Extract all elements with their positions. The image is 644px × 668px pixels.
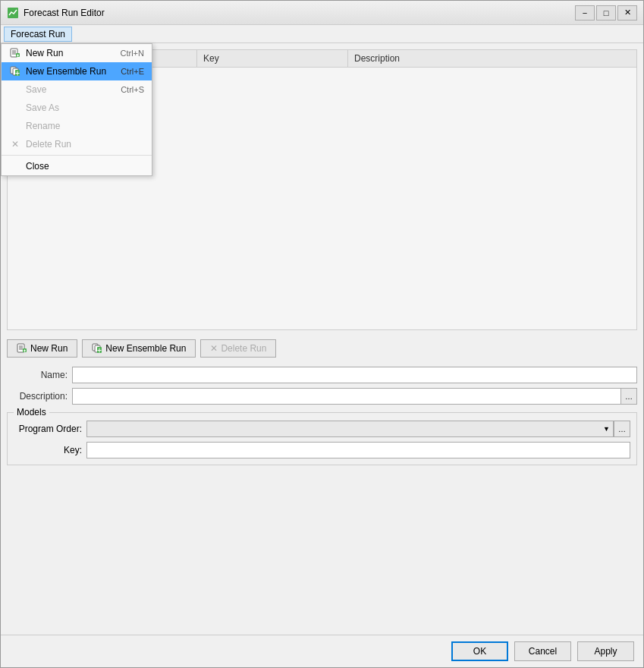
description-label: Description: (7, 391, 68, 402)
table-col-description: Description (348, 50, 636, 67)
key-row: Key: (14, 442, 630, 458)
maximize-button[interactable]: □ (596, 5, 616, 20)
title-bar-buttons: − □ ✕ (575, 5, 637, 20)
apply-button[interactable]: Apply (577, 641, 634, 661)
window-title: Forecast Run Editor (24, 8, 105, 18)
delete-run-button[interactable]: ✕ Delete Run (200, 339, 276, 358)
menu-delete-run: ✕ Delete Run (2, 135, 152, 153)
title-bar: Forecast Run Editor − □ ✕ (1, 1, 643, 25)
key-input[interactable] (86, 442, 630, 458)
dropdown-menu: New Run Ctrl+N New (1, 43, 152, 176)
new-run-button[interactable]: New Run (7, 339, 77, 358)
program-order-dropdown-icon: ▼ (603, 425, 610, 433)
delete-run-btn-icon: ✕ (210, 343, 218, 354)
new-run-icon (9, 47, 21, 59)
name-label: Name: (7, 370, 68, 380)
ok-button[interactable]: OK (451, 641, 508, 661)
new-ensemble-run-button[interactable]: New Ensemble Run (82, 339, 196, 358)
new-run-btn-icon (17, 343, 27, 354)
main-window: Forecast Run Editor − □ ✕ Forecast Run (0, 0, 644, 668)
forecast-run-menu[interactable]: Forecast Run (4, 27, 72, 42)
menu-rename: Rename (2, 117, 152, 135)
menu-new-run[interactable]: New Run Ctrl+N (2, 44, 152, 62)
key-label: Key: (14, 445, 82, 455)
models-group: Models Program Order: ▼ … Key: (7, 412, 637, 465)
bottom-bar: OK Cancel Apply (1, 635, 643, 667)
program-order-select[interactable]: ▼ (86, 421, 614, 437)
menu-new-ensemble-run[interactable]: New Ensemble Run Ctrl+E (2, 62, 152, 80)
program-order-label: Program Order: (14, 424, 82, 434)
description-input[interactable] (72, 388, 620, 405)
description-browse-button[interactable]: … (620, 388, 637, 405)
delete-run-icon: ✕ (9, 138, 21, 150)
name-input[interactable] (72, 367, 637, 383)
program-order-btn[interactable]: … (614, 421, 630, 437)
title-bar-left: Forecast Run Editor (7, 7, 105, 19)
description-field-container: … (72, 388, 637, 405)
menu-close[interactable]: Close (2, 157, 152, 175)
close-button[interactable]: ✕ (617, 5, 637, 20)
program-order-row: Program Order: ▼ … (14, 421, 630, 437)
app-icon (7, 7, 19, 19)
toolbar-buttons: New Run New Ensemble Run ✕ Delete Run (7, 336, 637, 361)
menu-bar: Forecast Run (1, 25, 643, 43)
menu-save-as: Save As (2, 99, 152, 117)
new-ensemble-icon (9, 65, 21, 77)
new-ensemble-btn-icon (92, 343, 102, 354)
models-group-title: Models (14, 407, 49, 417)
form-area: Name: Description: … Models Program Orde… (7, 367, 637, 465)
menu-save: Save Ctrl+S (2, 80, 152, 99)
menu-divider (2, 155, 152, 156)
description-row: Description: … (7, 388, 637, 405)
minimize-button[interactable]: − (575, 5, 595, 20)
table-col-key: Key (197, 50, 348, 67)
cancel-button[interactable]: Cancel (514, 641, 571, 661)
name-row: Name: (7, 367, 637, 383)
